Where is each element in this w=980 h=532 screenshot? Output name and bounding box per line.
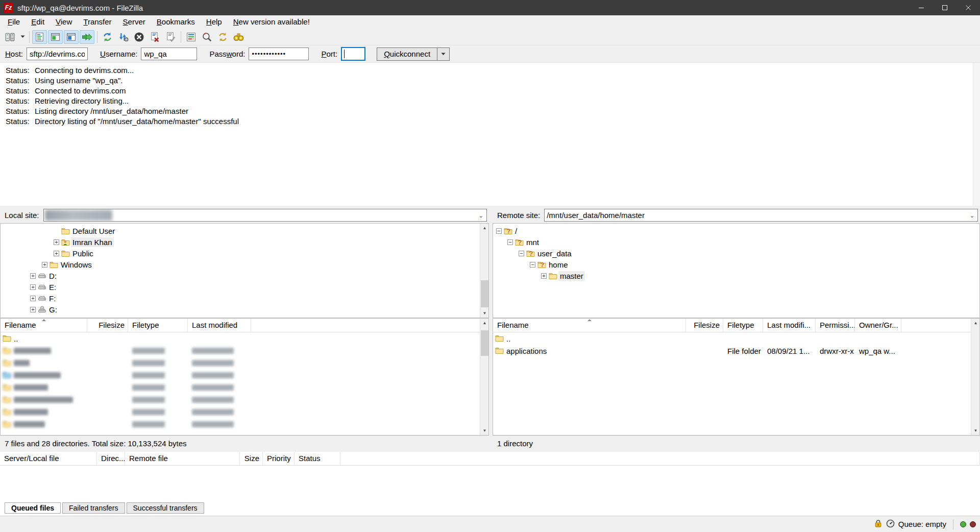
tree-item-public[interactable]: +Public bbox=[1, 248, 488, 259]
message-log-scrollbar[interactable] bbox=[973, 63, 980, 206]
column-header-last-modified[interactable]: Last modified bbox=[188, 319, 251, 332]
toggle-transfer-queue-button[interactable] bbox=[80, 30, 94, 44]
speed-limits-icon[interactable] bbox=[886, 519, 895, 529]
menu-help[interactable]: Help bbox=[201, 15, 228, 29]
column-header-filename[interactable]: Filename bbox=[493, 319, 686, 332]
file-row-redacted[interactable] bbox=[1, 381, 488, 394]
scroll-down-icon[interactable]: ▼ bbox=[480, 309, 489, 318]
chevron-down-icon[interactable]: ⌄ bbox=[970, 212, 974, 219]
menu-bookmarks[interactable]: Bookmarks bbox=[151, 15, 201, 29]
file-row-parent[interactable]: .. bbox=[493, 332, 979, 345]
expand-icon[interactable]: + bbox=[541, 273, 547, 279]
local-tree-scrollbar[interactable]: ▲ ▼ bbox=[480, 224, 488, 318]
collapse-icon[interactable]: − bbox=[496, 228, 502, 234]
queue-column-remote-file[interactable]: Remote file bbox=[125, 452, 240, 465]
tab-failed-transfers[interactable]: Failed transfers bbox=[62, 502, 125, 514]
process-queue-button[interactable] bbox=[116, 30, 131, 44]
toggle-remote-tree-button[interactable] bbox=[64, 30, 79, 44]
column-header-filetype[interactable]: Filetype bbox=[723, 319, 763, 332]
menu-server[interactable]: Server bbox=[117, 15, 151, 29]
column-header-owner-gr[interactable]: Owner/Gr... bbox=[855, 319, 901, 332]
column-header-last-modifi[interactable]: Last modifi... bbox=[763, 319, 816, 332]
column-header-filesize[interactable]: Filesize bbox=[686, 319, 723, 332]
minimize-button[interactable] bbox=[910, 0, 933, 15]
menu-view[interactable]: View bbox=[50, 15, 78, 29]
cancel-operation-button[interactable] bbox=[132, 30, 146, 44]
tree-item-user-data[interactable]: −?user_data bbox=[493, 248, 979, 259]
close-button[interactable] bbox=[957, 0, 980, 15]
local-list-scrollbar[interactable]: ▲ ▼ bbox=[480, 319, 488, 435]
directory-comparison-button[interactable] bbox=[200, 30, 214, 44]
expand-icon[interactable]: + bbox=[54, 239, 59, 245]
quickconnect-dropdown[interactable] bbox=[437, 47, 450, 61]
collapse-icon[interactable]: − bbox=[519, 251, 524, 256]
queue-column-size[interactable]: Size bbox=[240, 452, 263, 465]
queue-column-priority[interactable]: Priority bbox=[263, 452, 295, 465]
menu-edit[interactable]: Edit bbox=[26, 15, 50, 29]
file-row-parent[interactable]: .. bbox=[1, 332, 488, 345]
scroll-down-icon[interactable]: ▼ bbox=[971, 426, 980, 435]
host-input[interactable] bbox=[27, 47, 88, 60]
disconnect-button[interactable] bbox=[148, 30, 162, 44]
collapse-icon[interactable]: − bbox=[507, 239, 513, 245]
file-row-applications[interactable]: applicationsFile folder08/09/21 1...drwx… bbox=[493, 345, 979, 357]
tree-item-[interactable]: −?/ bbox=[493, 225, 979, 236]
tree-item-g[interactable]: +G: bbox=[1, 304, 488, 315]
tree-item-f[interactable]: +F: bbox=[1, 293, 488, 304]
tree-item-d[interactable]: +D: bbox=[1, 270, 488, 281]
file-row-redacted[interactable] bbox=[1, 406, 488, 418]
maximize-button[interactable] bbox=[933, 0, 957, 15]
file-row-redacted[interactable] bbox=[1, 369, 488, 381]
column-header-permissi[interactable]: Permissi... bbox=[816, 319, 855, 332]
tab-queued-files[interactable]: Queued files bbox=[5, 502, 61, 514]
expand-icon[interactable]: + bbox=[42, 262, 47, 268]
remote-site-combobox[interactable]: /mnt/user_data/home/master ⌄ bbox=[544, 209, 978, 222]
expand-icon[interactable]: + bbox=[54, 251, 59, 256]
directory-listing-filters-button[interactable] bbox=[184, 30, 199, 44]
tree-item-mnt[interactable]: −?mnt bbox=[493, 236, 979, 248]
scroll-thumb[interactable] bbox=[481, 330, 488, 356]
menu-transfer[interactable]: Transfer bbox=[78, 15, 117, 29]
column-header-filename[interactable]: Filename bbox=[1, 319, 87, 332]
site-manager-dropdown-button[interactable] bbox=[18, 30, 27, 44]
scroll-up-icon[interactable]: ▲ bbox=[971, 319, 980, 327]
port-input[interactable] bbox=[341, 47, 365, 61]
local-site-combobox[interactable]: ⌄ bbox=[43, 209, 487, 222]
pane-splitter[interactable] bbox=[489, 207, 493, 450]
toggle-message-log-button[interactable] bbox=[32, 30, 47, 44]
column-header-filesize[interactable]: Filesize bbox=[87, 319, 128, 332]
reconnect-button[interactable] bbox=[163, 30, 178, 44]
queue-column-server-local-file[interactable]: Server/Local file bbox=[0, 452, 97, 465]
expand-icon[interactable]: + bbox=[30, 284, 36, 290]
tree-item-master[interactable]: +master bbox=[493, 270, 979, 281]
queue-column-direc[interactable]: Direc... bbox=[97, 452, 125, 465]
file-row-redacted[interactable] bbox=[1, 394, 488, 406]
file-row-redacted[interactable] bbox=[1, 418, 488, 430]
site-manager-button[interactable] bbox=[3, 30, 17, 44]
tree-item-windows[interactable]: +Windows bbox=[1, 259, 488, 270]
toggle-local-tree-button[interactable] bbox=[48, 30, 63, 44]
quickconnect-button[interactable]: Quickconnect bbox=[377, 47, 437, 61]
scroll-down-icon[interactable]: ▼ bbox=[480, 426, 489, 435]
scroll-thumb[interactable] bbox=[481, 280, 488, 307]
tab-successful-transfers[interactable]: Successful transfers bbox=[127, 502, 204, 514]
username-input[interactable] bbox=[141, 47, 197, 60]
password-input[interactable] bbox=[249, 47, 309, 60]
expand-icon[interactable]: + bbox=[30, 273, 36, 279]
menu-new-version-available[interactable]: New version available! bbox=[228, 15, 315, 29]
remote-list-scrollbar[interactable]: ▲ ▼ bbox=[971, 319, 979, 435]
synchronized-browsing-button[interactable] bbox=[215, 30, 230, 44]
file-row-redacted[interactable] bbox=[1, 357, 488, 369]
tree-item-imran-khan[interactable]: +Imran Khan bbox=[1, 236, 488, 248]
column-header-filetype[interactable]: Filetype bbox=[128, 319, 188, 332]
file-row-redacted[interactable] bbox=[1, 345, 488, 357]
tree-item-home[interactable]: −?home bbox=[493, 259, 979, 270]
queue-column-status[interactable]: Status bbox=[295, 452, 340, 465]
expand-icon[interactable]: + bbox=[30, 296, 36, 301]
find-files-button[interactable] bbox=[231, 30, 246, 44]
menu-file[interactable]: File bbox=[2, 15, 26, 29]
refresh-button[interactable] bbox=[100, 30, 115, 44]
collapse-icon[interactable]: − bbox=[530, 262, 535, 268]
tree-item-e[interactable]: +E: bbox=[1, 281, 488, 293]
scroll-up-icon[interactable]: ▲ bbox=[480, 224, 489, 232]
